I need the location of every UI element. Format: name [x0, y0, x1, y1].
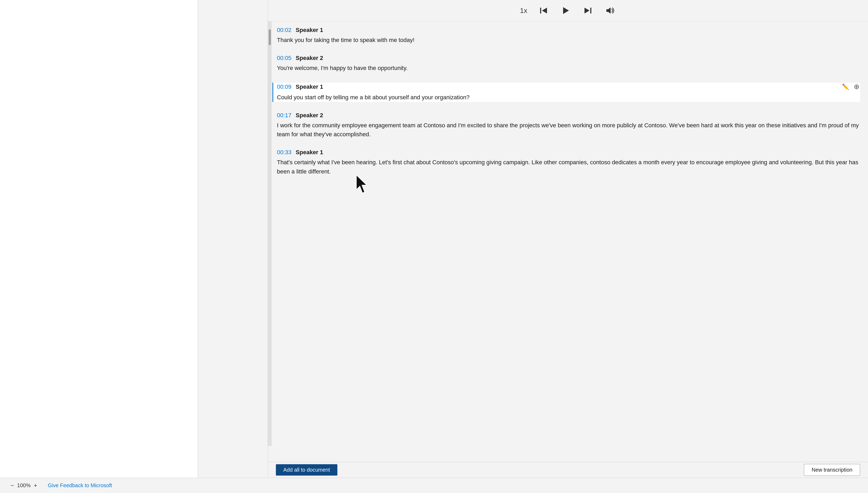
segment-text: Could you start off by telling me a bit … — [277, 93, 860, 102]
svg-marker-4 — [584, 8, 589, 14]
edit-icon[interactable]: ✏️ — [841, 83, 849, 91]
svg-marker-2 — [563, 7, 569, 14]
new-transcription-button[interactable]: New transcription — [804, 464, 860, 476]
segment-header: 00:02 Speaker 1 — [277, 27, 860, 34]
segment-header: 00:33 Speaker 1 — [277, 149, 860, 156]
zoom-in-button[interactable]: + — [34, 482, 37, 489]
play-button[interactable] — [560, 5, 572, 16]
add-segment-icon[interactable]: ⊕ — [853, 83, 860, 91]
segment-text: You're welcome, I'm happy to have the op… — [277, 64, 860, 72]
segment-text: I work for the community employee engage… — [277, 121, 860, 139]
svg-rect-0 — [540, 8, 541, 14]
zoom-controls: − 100% + — [10, 482, 37, 489]
transcript-segment-active: 00:09 Speaker 1 ✏️ ⊕ Could you start off… — [272, 83, 860, 102]
segment-speaker: Speaker 2 — [296, 55, 323, 62]
svg-marker-6 — [356, 175, 367, 193]
skip-back-button[interactable] — [538, 5, 549, 16]
segment-text: Thank you for taking the time to speak w… — [277, 36, 860, 45]
footer-bar: − 100% + Give Feedback to Microsoft — [0, 478, 868, 493]
transcript-segment: 00:02 Speaker 1 Thank you for taking the… — [277, 27, 860, 45]
zoom-level: 100% — [17, 483, 30, 489]
skip-forward-button[interactable] — [582, 5, 594, 16]
audio-controls: 1x — [268, 0, 868, 21]
svg-rect-3 — [590, 8, 591, 14]
scrollbar[interactable] — [268, 21, 272, 446]
segment-time[interactable]: 00:17 — [277, 112, 291, 119]
segment-actions: ✏️ ⊕ — [841, 83, 860, 91]
playback-speed: 1x — [520, 6, 527, 15]
zoom-out-button[interactable]: − — [10, 482, 14, 489]
segment-speaker: Speaker 1 — [296, 149, 323, 156]
volume-button[interactable] — [604, 5, 616, 16]
middle-panel — [198, 0, 268, 478]
svg-marker-1 — [542, 8, 547, 14]
svg-marker-5 — [606, 7, 610, 14]
segment-header: 00:09 Speaker 1 ✏️ ⊕ — [277, 83, 860, 91]
segment-header: 00:17 Speaker 2 — [277, 112, 860, 119]
give-feedback-link[interactable]: Give Feedback to Microsoft — [48, 483, 112, 489]
transcript-content: 00:02 Speaker 1 Thank you for taking the… — [272, 21, 868, 462]
segment-header: 00:05 Speaker 2 — [277, 55, 860, 62]
add-all-to-document-button[interactable]: Add all to document — [276, 464, 337, 476]
cursor — [355, 175, 363, 188]
transcript-segment: 00:05 Speaker 2 You're welcome, I'm happ… — [277, 55, 860, 72]
segment-speaker: Speaker 1 — [296, 83, 323, 90]
transcription-panel: 1x — [268, 0, 868, 478]
scrollbar-thumb[interactable] — [269, 29, 271, 45]
transcript-segment: 00:17 Speaker 2 I work for the community… — [277, 112, 860, 139]
segment-time[interactable]: 00:05 — [277, 55, 291, 62]
segment-speaker: Speaker 2 — [296, 112, 323, 119]
segment-speaker: Speaker 1 — [296, 27, 323, 34]
main-area: 1x — [0, 0, 868, 478]
bottom-bar: Add all to document New transcription — [268, 462, 868, 478]
document-panel — [0, 0, 198, 478]
segment-time[interactable]: 00:02 — [277, 27, 291, 34]
segment-time[interactable]: 00:33 — [277, 149, 291, 156]
transcript-segment: 00:33 Speaker 1 That's certainly what I'… — [277, 149, 860, 176]
segment-time[interactable]: 00:09 — [277, 83, 291, 90]
segment-text: That's certainly what I've been hearing.… — [277, 158, 860, 176]
